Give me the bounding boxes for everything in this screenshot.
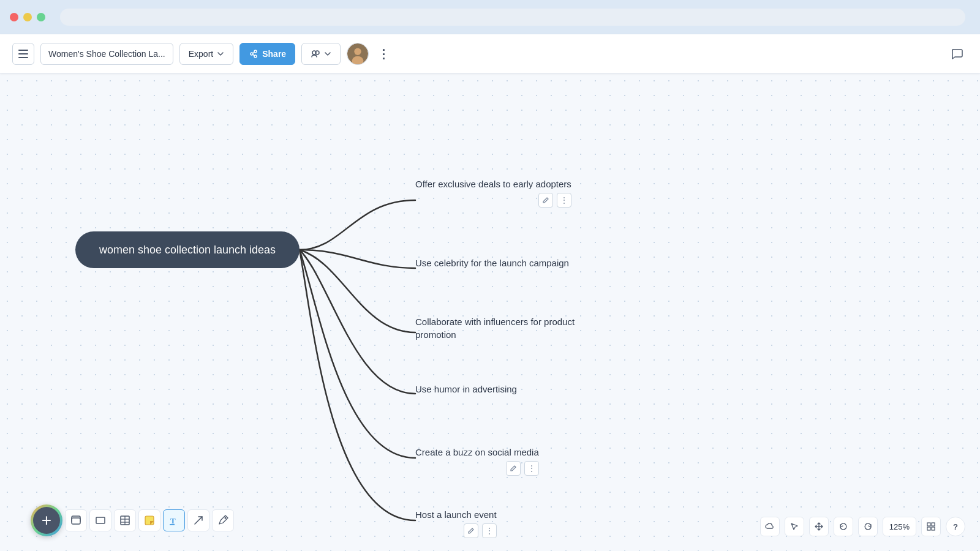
- traffic-light-red[interactable]: [10, 13, 18, 21]
- grid-button[interactable]: [921, 517, 941, 536]
- more-options-button[interactable]: ⋮: [375, 45, 392, 62]
- title-bar: [0, 0, 980, 34]
- branch-text-2: Use celebrity for the launch campaign: [415, 257, 569, 269]
- chat-button[interactable]: [946, 43, 968, 65]
- undo-icon: [839, 522, 848, 531]
- more-icon-6[interactable]: ⋮: [482, 523, 497, 538]
- branch-text-3: Collaborate with influencers for product…: [415, 315, 611, 341]
- more-icon-1[interactable]: ⋮: [557, 193, 571, 208]
- svg-point-1: [254, 50, 257, 53]
- zoom-level[interactable]: 125%: [883, 517, 916, 536]
- traffic-light-yellow[interactable]: [23, 13, 32, 21]
- mindmap-connections: [0, 73, 980, 551]
- branch-text-1: Offer exclusive deals to early adopters: [415, 178, 571, 190]
- node-actions-5: ⋮: [415, 461, 539, 476]
- bottom-right-controls: 125% ?: [760, 517, 965, 536]
- svg-point-2: [254, 55, 257, 58]
- rectangle-tool[interactable]: [89, 509, 111, 531]
- menu-button[interactable]: [12, 43, 34, 65]
- central-node[interactable]: women shoe collection launch ideas: [75, 231, 300, 268]
- branch-text-6: Host a launch event: [415, 508, 497, 521]
- branch-text-4: Use humor in advertising: [415, 383, 517, 395]
- svg-rect-12: [96, 517, 105, 523]
- layers-tool[interactable]: [65, 509, 87, 531]
- central-node-text: women shoe collection launch ideas: [99, 244, 276, 257]
- hamburger-icon: [18, 50, 28, 58]
- branch-text-5: Create a buzz on social media: [415, 446, 539, 459]
- node-actions-1: ⋮: [415, 193, 571, 208]
- select-tool-button[interactable]: [785, 517, 804, 536]
- more-icon-5[interactable]: ⋮: [524, 461, 539, 476]
- svg-rect-25: [932, 527, 935, 530]
- svg-rect-17: [145, 516, 154, 525]
- cloud-icon: [765, 522, 775, 531]
- svg-line-3: [253, 52, 254, 53]
- help-button[interactable]: ?: [946, 517, 965, 536]
- branch-node-2[interactable]: Use celebrity for the launch campaign: [415, 257, 569, 269]
- arrow-icon: [193, 515, 204, 526]
- svg-rect-24: [927, 527, 930, 530]
- sticky-tool[interactable]: [138, 509, 160, 531]
- move-icon: [815, 522, 823, 531]
- layers-icon: [70, 515, 81, 526]
- avatar-image: [347, 43, 368, 65]
- svg-line-4: [253, 54, 254, 56]
- text-icon: T: [168, 515, 179, 526]
- share-icon: [249, 49, 258, 59]
- traffic-lights: [10, 13, 45, 21]
- branch-node-3[interactable]: Collaborate with influencers for product…: [415, 315, 611, 341]
- svg-point-8: [354, 48, 361, 54]
- document-title[interactable]: Women's Shoe Collection La...: [40, 43, 173, 65]
- select-icon: [790, 522, 799, 531]
- table-tool[interactable]: [114, 509, 136, 531]
- collaborate-icon: [311, 49, 320, 59]
- export-button[interactable]: Export: [179, 43, 233, 65]
- table-icon: [119, 515, 130, 526]
- chat-icon: [950, 47, 963, 61]
- svg-text:T: T: [170, 516, 176, 525]
- arrow-tool[interactable]: [187, 509, 209, 531]
- svg-line-20: [195, 517, 202, 524]
- svg-point-0: [251, 53, 253, 55]
- chevron-down-icon-2: [324, 50, 331, 58]
- share-button[interactable]: Share: [239, 43, 295, 65]
- toolbar: Women's Shoe Collection La... Export Sha…: [0, 34, 980, 73]
- pen-icon: [217, 515, 228, 526]
- node-actions-6: ⋮: [415, 523, 497, 538]
- svg-rect-11: [72, 518, 80, 524]
- branch-node-4[interactable]: Use humor in advertising: [415, 383, 517, 395]
- chevron-down-icon: [217, 50, 224, 58]
- edit-icon-1[interactable]: [538, 193, 553, 208]
- add-icon: +: [42, 512, 51, 529]
- canvas[interactable]: women shoe collection launch ideas Offer…: [0, 73, 980, 551]
- edit-icon-5[interactable]: [506, 461, 521, 476]
- svg-rect-22: [927, 523, 930, 526]
- redo-button[interactable]: [858, 517, 878, 536]
- svg-rect-23: [932, 523, 935, 526]
- undo-button[interactable]: [834, 517, 853, 536]
- address-bar[interactable]: [60, 9, 965, 26]
- rectangle-icon: [95, 515, 106, 526]
- collaborate-button[interactable]: [301, 43, 341, 65]
- move-tool-button[interactable]: [809, 517, 829, 536]
- user-avatar[interactable]: [347, 43, 369, 65]
- text-tool[interactable]: T: [163, 509, 185, 531]
- branch-node-1[interactable]: Offer exclusive deals to early adopters …: [415, 178, 571, 208]
- branch-node-5[interactable]: Create a buzz on social media ⋮: [415, 446, 539, 476]
- add-button[interactable]: +: [31, 504, 62, 536]
- traffic-light-green[interactable]: [37, 13, 45, 21]
- redo-icon: [864, 522, 872, 531]
- branch-node-6[interactable]: Host a launch event ⋮: [415, 508, 497, 538]
- pen-tool[interactable]: [212, 509, 234, 531]
- svg-point-21: [225, 517, 227, 519]
- grid-icon: [927, 522, 935, 531]
- sticky-icon: [144, 515, 155, 526]
- edit-icon-6[interactable]: [464, 523, 478, 538]
- svg-rect-19: [170, 524, 175, 525]
- bottom-toolbar: +: [31, 504, 234, 536]
- save-cloud-button[interactable]: [760, 517, 780, 536]
